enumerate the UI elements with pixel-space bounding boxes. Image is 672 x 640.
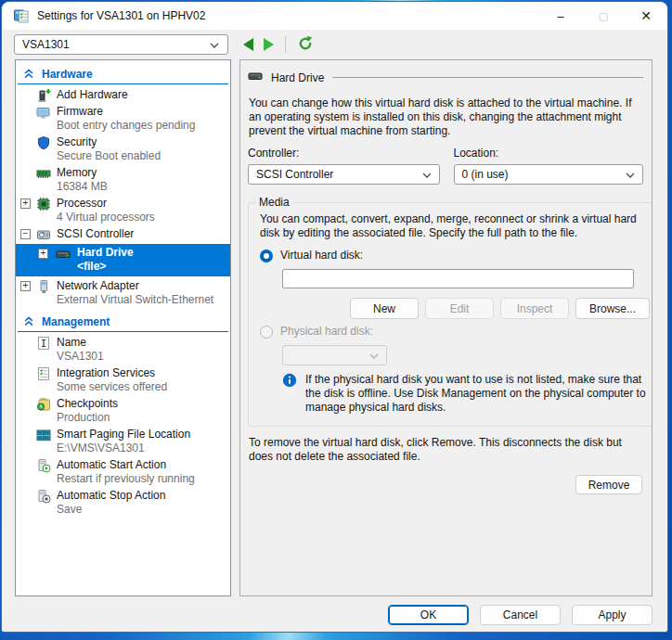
sidebar-device-list: Hardware Add Hardware Firmware Boot entr… — [15, 59, 231, 596]
virtual-hard-disk-radio[interactable] — [260, 250, 273, 262]
item-subtitle: Secure Boot enabled — [57, 149, 230, 163]
location-label: Location: — [454, 147, 644, 160]
item-label: Hard Drive — [77, 246, 230, 260]
toolbar-separator — [285, 36, 286, 53]
smart-paging-icon — [36, 428, 51, 442]
section-label: Management — [42, 315, 110, 328]
location-value: 0 (in use) — [462, 168, 509, 181]
media-groupbox-title: Media — [256, 196, 292, 209]
item-subtitle: Save — [57, 503, 230, 517]
item-label: Processor — [57, 197, 230, 211]
expand-toggle[interactable]: + — [38, 249, 48, 259]
sidebar-section-management[interactable]: Management — [18, 314, 228, 332]
item-subtitle: Some services offered — [57, 380, 230, 394]
controller-value: SCSI Controller — [256, 168, 333, 181]
item-label: Name — [57, 336, 230, 350]
sidebar-item-checkpoints[interactable]: Checkpoints Production — [16, 397, 230, 425]
sidebar-item-memory[interactable]: Memory 16384 MB — [16, 166, 230, 194]
network-adapter-icon — [36, 279, 51, 294]
physical-disk-info: If the physical hard disk you want to us… — [282, 373, 651, 415]
hard-drive-icon — [56, 247, 71, 262]
firmware-icon — [36, 105, 51, 120]
chevron-down-icon — [369, 349, 379, 362]
settings-window: Settings for VSA1301 on HPHV02 – ▢ ✕ VSA… — [2, 2, 667, 632]
header-rule — [332, 77, 643, 78]
sidebar-item-processor[interactable]: + Processor 4 Virtual processors — [16, 197, 230, 224]
auto-start-icon — [36, 458, 51, 473]
physical-hard-disk-label: Physical hard disk: — [280, 325, 373, 339]
sidebar-item-integration-services[interactable]: Integration Services Some services offer… — [16, 366, 230, 394]
hard-drive-settings-pane: Hard Drive You can change how this virtu… — [239, 59, 653, 596]
item-label: Automatic Start Action — [57, 458, 230, 472]
virtual-hard-disk-radio-row: Virtual hard disk: — [260, 249, 651, 262]
minimize-button[interactable]: – — [539, 2, 582, 30]
chevron-down-icon — [626, 168, 635, 181]
sidebar-item-network-adapter[interactable]: + Network Adapter External Virtual Switc… — [16, 279, 230, 307]
expand-toggle[interactable]: − — [20, 229, 31, 239]
expand-toggle[interactable]: + — [20, 281, 31, 291]
add-hardware-icon — [36, 88, 51, 103]
window-title: Settings for VSA1301 on HPHV02 — [37, 9, 205, 22]
new-button[interactable]: New — [350, 298, 419, 319]
item-subtitle: Production — [57, 411, 230, 425]
item-label: Security — [57, 135, 230, 149]
sidebar-item-scsi-controller[interactable]: − SCSI Controller — [16, 227, 230, 241]
pane-header: Hard Drive — [248, 69, 643, 86]
sidebar-section-hardware[interactable]: Hardware — [18, 66, 228, 84]
item-label: Checkpoints — [57, 397, 230, 411]
item-label: Memory — [57, 166, 230, 180]
sidebar-item-smart-paging[interactable]: Smart Paging File Location E:\VMS\VSA130… — [16, 428, 230, 455]
sidebar-item-security[interactable]: Security Secure Boot enabled — [16, 135, 230, 163]
scsi-controller-icon — [36, 227, 51, 242]
sidebar-item-hard-drive[interactable]: + Hard Drive <file> — [16, 244, 230, 276]
cancel-button[interactable]: Cancel — [480, 605, 561, 625]
physical-hard-disk-radio — [260, 326, 273, 339]
physical-hard-disk-radio-row: Physical hard disk: — [260, 325, 651, 339]
ok-button[interactable]: OK — [388, 605, 469, 625]
item-subtitle: 16384 MB — [57, 180, 230, 194]
security-shield-icon — [36, 135, 51, 150]
item-label: Integration Services — [57, 366, 230, 380]
remove-note: To remove the virtual hard disk, click R… — [249, 436, 642, 464]
memory-icon — [36, 166, 51, 181]
toolbar: VSA1301 — [2, 30, 667, 59]
vm-selector-value: VSA1301 — [22, 38, 70, 51]
expand-toggle[interactable]: + — [20, 198, 31, 209]
sidebar-item-name[interactable]: Name VSA1301 — [16, 336, 230, 364]
physical-disk-combobox — [282, 345, 387, 365]
auto-stop-icon — [36, 489, 51, 504]
item-label: Smart Paging File Location — [57, 428, 230, 442]
info-text: If the physical hard disk you want to us… — [305, 373, 651, 415]
dialog-footer: OK Cancel Apply — [388, 605, 653, 625]
item-subtitle: Restart if previously running — [57, 472, 230, 486]
item-subtitle: Boot entry changes pending — [57, 119, 230, 133]
item-label: Network Adapter — [57, 279, 230, 293]
media-groupbox: Media You can compact, convert, expand, … — [248, 196, 653, 427]
processor-icon — [36, 197, 51, 211]
info-icon — [282, 373, 297, 415]
forward-arrow-icon[interactable] — [264, 38, 274, 51]
back-arrow-icon[interactable] — [243, 38, 253, 51]
vm-selector-combobox[interactable]: VSA1301 — [14, 34, 228, 55]
sidebar-item-auto-start[interactable]: Automatic Start Action Restart if previo… — [16, 458, 230, 486]
item-label: Add Hardware — [57, 88, 230, 102]
item-subtitle: External Virtual Switch-Ethernet — [57, 293, 230, 307]
remove-button[interactable]: Remove — [575, 475, 642, 494]
maximize-button: ▢ — [582, 2, 625, 30]
item-subtitle: <file> — [77, 260, 230, 274]
controller-combobox[interactable]: SCSI Controller — [248, 164, 440, 185]
sidebar-item-firmware[interactable]: Firmware Boot entry changes pending — [16, 105, 230, 133]
close-button[interactable]: ✕ — [625, 2, 667, 30]
inspect-button: Inspect — [500, 298, 569, 319]
refresh-icon[interactable] — [297, 35, 314, 55]
location-combobox[interactable]: 0 (in use) — [454, 164, 644, 185]
apply-button[interactable]: Apply — [572, 605, 653, 625]
virtual-hard-disk-path-input[interactable] — [282, 269, 634, 288]
sidebar-item-add-hardware[interactable]: Add Hardware — [16, 88, 230, 102]
chevron-down-icon — [210, 38, 219, 51]
section-label: Hardware — [42, 68, 93, 81]
sidebar-item-auto-stop[interactable]: Automatic Stop Action Save — [16, 489, 230, 517]
item-subtitle: VSA1301 — [57, 350, 230, 364]
browse-button[interactable]: Browse... — [575, 298, 650, 319]
item-label: Firmware — [57, 105, 230, 119]
